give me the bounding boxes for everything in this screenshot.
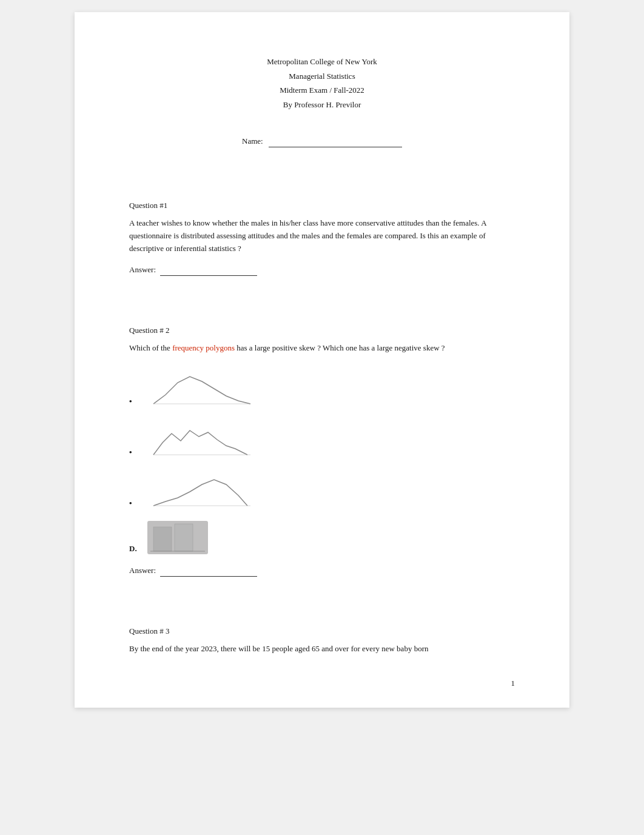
chart-b-label: •: [129, 446, 141, 458]
chart-c: [147, 466, 257, 509]
question-3-text: By the end of the year 2023, there will …: [129, 643, 515, 656]
question-2-section: Question # 2 Which of the frequency poly…: [129, 324, 515, 577]
question-2-text: Which of the frequency polygons has a la…: [129, 342, 515, 355]
question-3-section: Question # 3 By the end of the year 2023…: [129, 625, 515, 656]
page-number: 1: [511, 677, 515, 689]
chart-c-row: •: [129, 466, 515, 509]
chart-d-label: D.: [129, 543, 141, 555]
chart-b-row: •: [129, 415, 515, 458]
question-2-label: Question # 2: [129, 324, 515, 337]
professor-name: By Professor H. Previlor: [129, 99, 515, 111]
chart-a-label: •: [129, 395, 141, 407]
name-label: Name:: [242, 136, 263, 146]
question-2-answer: Answer:: [129, 564, 515, 577]
answer-2-label: Answer:: [129, 566, 156, 575]
chart-a-row: •: [129, 364, 515, 407]
question-1-section: Question #1 A teacher wishes to know whe…: [129, 200, 515, 276]
chart-a: [147, 364, 257, 407]
exam-name: Midterm Exam / Fall-2022: [129, 84, 515, 96]
chart-b: [147, 415, 257, 458]
name-input-line[interactable]: [269, 135, 402, 147]
answer-1-label: Answer:: [129, 265, 156, 274]
q2-highlight: frequency polygons: [172, 343, 235, 352]
chart-d-row: D.: [129, 521, 515, 554]
course-name: Managerial Statistics: [129, 70, 515, 82]
q2-text-before: Which of the: [129, 343, 172, 352]
name-field: Name:: [129, 135, 515, 147]
institution-name: Metropolitan College of New York: [129, 56, 515, 68]
chart-d-image: [147, 521, 208, 554]
question-1-label: Question #1: [129, 200, 515, 212]
question-1-text: A teacher wishes to know whether the mal…: [129, 217, 515, 255]
question-3-label: Question # 3: [129, 625, 515, 637]
question-1-answer: Answer:: [129, 263, 515, 276]
answer-2-line[interactable]: [160, 564, 257, 577]
q2-text-after: has a large positive skew ? Which one ha…: [235, 343, 445, 352]
document-header: Metropolitan College of New York Manager…: [129, 56, 515, 110]
document-page: Metropolitan College of New York Manager…: [75, 12, 569, 708]
svg-rect-3: [153, 527, 172, 551]
frequency-polygon-charts: • •: [129, 364, 515, 554]
answer-1-line[interactable]: [160, 263, 257, 276]
chart-c-label: •: [129, 497, 141, 509]
svg-rect-4: [175, 524, 193, 551]
